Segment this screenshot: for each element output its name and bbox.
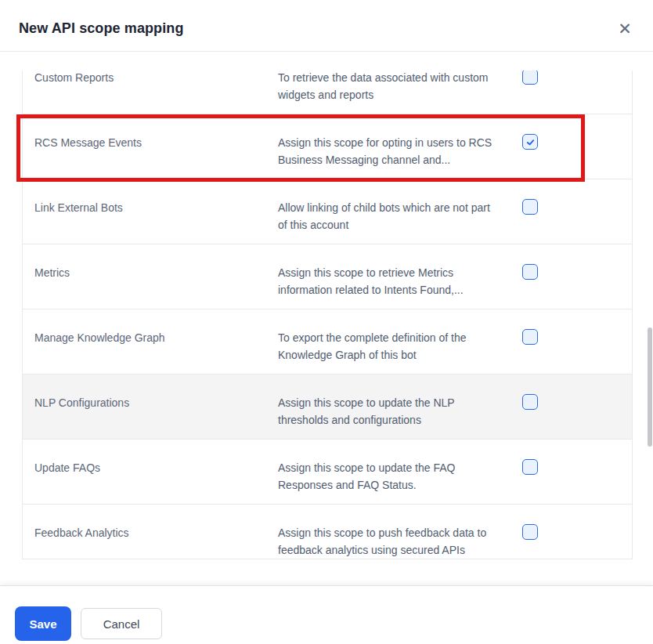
scope-name: Feedback Analytics	[34, 524, 262, 541]
scope-name: Manage Knowledge Graph	[34, 329, 262, 346]
scope-description: To retrieve the data associated with cus…	[278, 71, 500, 103]
table-row: Link External Bots Allow linking of chil…	[23, 179, 632, 244]
scope-checkbox[interactable]	[522, 329, 538, 345]
close-icon[interactable]: ✕	[614, 18, 636, 40]
scope-checkbox[interactable]	[522, 134, 538, 150]
dialog-body: Custom Reports To retrieve the data asso…	[0, 52, 653, 585]
scope-checkbox[interactable]	[522, 199, 538, 215]
scope-name: Link External Bots	[34, 199, 262, 216]
scope-name: Metrics	[34, 264, 262, 281]
scope-checkbox[interactable]	[522, 524, 538, 540]
scope-description: Assign this scope to update the FAQ Resp…	[278, 459, 500, 494]
table-row: Update FAQs Assign this scope to update …	[23, 440, 632, 505]
scope-checkbox[interactable]	[522, 71, 538, 85]
dialog-footer: Save Cancel	[0, 585, 653, 644]
save-button[interactable]: Save	[15, 606, 71, 641]
scope-table: Custom Reports To retrieve the data asso…	[22, 71, 633, 559]
scope-list-viewport: Custom Reports To retrieve the data asso…	[0, 71, 653, 585]
scope-name: Update FAQs	[34, 459, 262, 476]
scope-description: Assign this scope for opting in users to…	[278, 134, 500, 168]
table-row: Metrics Assign this scope to retrieve Me…	[23, 244, 632, 309]
scope-checkbox[interactable]	[522, 459, 538, 475]
scope-description: To export the complete definition of the…	[278, 329, 500, 364]
scope-name: Custom Reports	[34, 71, 262, 86]
table-row: Feedback Analytics Assign this scope to …	[23, 505, 632, 559]
checkmark-icon	[525, 137, 536, 147]
scope-name: RCS Message Events	[34, 134, 262, 151]
scope-checkbox[interactable]	[522, 264, 538, 280]
scope-description: Assign this scope to update the NLP thre…	[278, 394, 500, 429]
cancel-button[interactable]: Cancel	[81, 608, 162, 639]
vertical-scrollbar-thumb[interactable]	[648, 327, 652, 447]
table-row: NLP Configurations Assign this scope to …	[23, 374, 632, 440]
scope-name: NLP Configurations	[34, 394, 262, 411]
dialog-title: New API scope mapping	[19, 20, 183, 37]
scope-checkbox[interactable]	[522, 394, 538, 410]
scope-description: Assign this scope to push feedback data …	[278, 524, 500, 559]
table-row: Custom Reports To retrieve the data asso…	[23, 71, 632, 114]
dialog-header: New API scope mapping ✕	[0, 0, 653, 52]
table-row: RCS Message Events Assign this scope for…	[23, 114, 632, 179]
scope-description: Allow linking of child bots which are no…	[278, 199, 500, 233]
scope-description: Assign this scope to retrieve Metrics in…	[278, 264, 500, 298]
table-row: Manage Knowledge Graph To export the com…	[23, 309, 632, 374]
new-api-scope-mapping-dialog: New API scope mapping ✕ Custom Reports T…	[0, 0, 653, 644]
